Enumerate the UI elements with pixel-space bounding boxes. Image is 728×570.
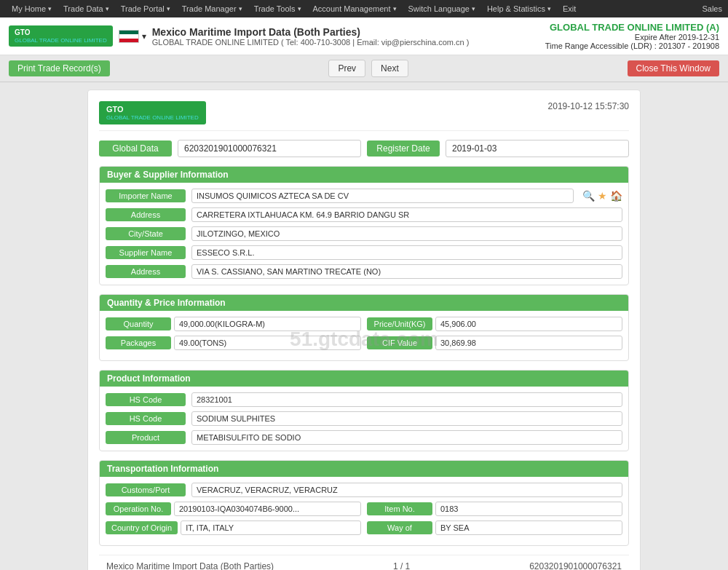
- operation-label: Operation No.: [106, 502, 171, 515]
- product-section: Product Information HS Code 28321001 HS …: [99, 370, 629, 451]
- record-card: GTO GLOBAL TRADE ONLINE LIMITED 2019-10-…: [87, 90, 641, 570]
- nav-items: My Home▾ Trade Data▾ Trade Portal▾ Trade…: [6, 0, 582, 17]
- city-state-value: JILOTZINGO, MEXICO: [191, 226, 622, 241]
- importer-icons: 🔍 ★ 🏠: [582, 190, 622, 202]
- price-unit-pair: Price/Unit(KG) 45,906.00: [367, 317, 622, 331]
- close-button-top[interactable]: Close This Window: [628, 60, 719, 76]
- header-left: GTO GLOBAL TRADE ONLINE LIMITED ▾ Mexico…: [9, 25, 469, 47]
- quantity-price-body: Quantity 49,000.00(KILOGRA-M) Price/Unit…: [100, 311, 628, 360]
- page-title: Mexico Maritime Import Data (Both Partie…: [152, 26, 470, 38]
- operation-value: 20190103-IQA0304074B6-9000...: [174, 502, 361, 516]
- logo: GTO GLOBAL TRADE ONLINE LIMITED: [9, 25, 113, 47]
- toolbar-top: Print Trade Record(s) Prev Next Close Th…: [0, 55, 728, 82]
- importer-address-label: Address: [106, 208, 186, 221]
- nav-trade-manager[interactable]: Trade Manager▾: [176, 0, 248, 17]
- product-label: Product: [106, 431, 186, 444]
- search-icon[interactable]: 🔍: [582, 190, 595, 202]
- operation-pair: Operation No. 20190103-IQA0304074B6-9000…: [106, 502, 361, 516]
- nav-exit[interactable]: Exit: [557, 0, 582, 17]
- transportation-body: Customs/Port VERACRUZ, VERACRUZ, VERACRU…: [100, 477, 628, 545]
- top-navigation: My Home▾ Trade Data▾ Trade Portal▾ Trade…: [0, 0, 728, 17]
- nav-switch-language[interactable]: Switch Language▾: [403, 0, 481, 17]
- quantity-price-section: Quantity & Price Information Quantity 49…: [99, 294, 629, 361]
- card-header: GTO GLOBAL TRADE ONLINE LIMITED 2019-10-…: [99, 101, 629, 131]
- way-of-value: BY SEA: [435, 520, 622, 535]
- global-data-label: Global Data: [99, 140, 172, 157]
- importer-name-value: INSUMOS QUIMICOS AZTECA SA DE CV: [191, 189, 574, 203]
- header-right: GLOBAL TRADE ONLINE LIMITED (A) Expire A…: [545, 22, 719, 50]
- product-title: Product Information: [100, 371, 628, 387]
- buyer-supplier-body: Importer Name INSUMOS QUIMICOS AZTECA SA…: [100, 183, 628, 285]
- hs-code-value: 28321001: [191, 392, 622, 407]
- card-timestamp: 2019-10-12 15:57:30: [548, 101, 629, 111]
- supplier-name-label: Supplier Name: [106, 246, 186, 259]
- quantity-value: 49,000.00(KILOGRA-M): [174, 317, 361, 331]
- header-bar: GTO GLOBAL TRADE ONLINE LIMITED ▾ Mexico…: [0, 17, 728, 55]
- prev-button-top[interactable]: Prev: [328, 60, 365, 77]
- supplier-name-value: ESSECO S.R.L.: [191, 245, 622, 260]
- importer-address-row: Address CARRETERA IXTLAHUACA KM. 64.9 BA…: [106, 207, 622, 222]
- home-icon[interactable]: 🏠: [610, 190, 622, 202]
- nav-trade-portal[interactable]: Trade Portal▾: [115, 0, 176, 17]
- cif-value: 30,869.98: [435, 336, 622, 350]
- pagination-left: Mexico Maritime Import Data (Both Partie…: [106, 561, 274, 570]
- next-button-top[interactable]: Next: [371, 60, 408, 77]
- nav-sales: Sales: [702, 4, 722, 13]
- hs-code-desc-row: HS Code SODIUM SULPHITES: [106, 411, 622, 426]
- pagination-right: 6203201901000076321: [529, 561, 622, 570]
- header-title-area: Mexico Maritime Import Data (Both Partie…: [152, 26, 470, 47]
- customs-port-row: Customs/Port VERACRUZ, VERACRUZ, VERACRU…: [106, 483, 622, 497]
- supplier-address-row: Address VIA S. CASSIANO, SAN MARTINO TRE…: [106, 264, 622, 279]
- product-body: HS Code 28321001 HS Code SODIUM SULPHITE…: [100, 387, 628, 451]
- mexico-flag: [119, 30, 139, 43]
- price-unit-value: 45,906.00: [435, 317, 622, 331]
- hs-code-desc-value: SODIUM SULPHITES: [191, 411, 622, 426]
- company-name: GLOBAL TRADE ONLINE LIMITED (A): [545, 22, 719, 33]
- country-origin-label: Country of Origin: [106, 521, 178, 534]
- hs-code-label: HS Code: [106, 393, 186, 406]
- buyer-supplier-section: Buyer & Supplier Information Importer Na…: [99, 166, 629, 285]
- item-no-value: 0183: [435, 502, 622, 516]
- way-of-label: Way of: [367, 521, 432, 534]
- city-state-label: City/State: [106, 227, 186, 240]
- quantity-price-title: Quantity & Price Information: [100, 295, 628, 311]
- supplier-address-label: Address: [106, 265, 186, 278]
- city-state-row: City/State JILOTZINGO, MEXICO: [106, 226, 622, 241]
- packages-value: 49.00(TONS): [174, 336, 361, 350]
- product-row: Product METABISULFITO DE SODIO: [106, 430, 622, 445]
- print-button-top[interactable]: Print Trade Record(s): [9, 60, 110, 76]
- quantity-row: Quantity 49,000.00(KILOGRA-M) Price/Unit…: [106, 317, 622, 331]
- country-origin-row: Country of Origin IT, ITA, ITALY Way of …: [106, 520, 622, 535]
- flag-selector[interactable]: ▾: [119, 30, 146, 43]
- country-origin-pair: Country of Origin IT, ITA, ITALY: [106, 520, 361, 535]
- nav-account-management[interactable]: Account Management▾: [307, 0, 403, 17]
- way-of-pair: Way of BY SEA: [367, 520, 622, 535]
- customs-port-value: VERACRUZ, VERACRUZ, VERACRUZ: [191, 483, 622, 497]
- hs-code-desc-label: HS Code: [106, 412, 186, 425]
- operation-row: Operation No. 20190103-IQA0304074B6-9000…: [106, 502, 622, 516]
- quantity-pair: Quantity 49,000.00(KILOGRA-M): [106, 317, 361, 331]
- register-date-value: 2019-01-03: [446, 140, 629, 157]
- buyer-supplier-title: Buyer & Supplier Information: [100, 167, 628, 183]
- packages-label: Packages: [106, 336, 171, 349]
- customs-port-label: Customs/Port: [106, 483, 186, 496]
- header-subtitle: GLOBAL TRADE ONLINE LIMITED ( Tel: 400-7…: [152, 38, 470, 47]
- transportation-title: Transportation Information: [100, 461, 628, 477]
- nav-my-home[interactable]: My Home▾: [6, 0, 58, 17]
- nav-trade-data[interactable]: Trade Data▾: [58, 0, 115, 17]
- item-no-label: Item No.: [367, 502, 432, 515]
- star-icon[interactable]: ★: [598, 190, 607, 202]
- global-data-row: Global Data 6203201901000076321 Register…: [99, 140, 629, 157]
- product-value: METABISULFITO DE SODIO: [191, 430, 622, 445]
- flag-dropdown-arrow: ▾: [142, 31, 146, 41]
- nav-help-statistics[interactable]: Help & Statistics▾: [481, 0, 557, 17]
- hs-code-row: HS Code 28321001: [106, 392, 622, 407]
- price-unit-label: Price/Unit(KG): [367, 317, 432, 330]
- nav-trade-tools[interactable]: Trade Tools▾: [248, 0, 307, 17]
- pagination-row: Mexico Maritime Import Data (Both Partie…: [99, 555, 629, 570]
- supplier-name-row: Supplier Name ESSECO S.R.L.: [106, 245, 622, 260]
- expire-date: Expire After 2019-12-31: [545, 33, 719, 41]
- time-range: Time Range Accessible (LDR) : 201307 - 2…: [545, 41, 719, 50]
- record-card-wrapper: GTO GLOBAL TRADE ONLINE LIMITED 2019-10-…: [7, 90, 721, 570]
- importer-name-label: Importer Name: [106, 189, 186, 202]
